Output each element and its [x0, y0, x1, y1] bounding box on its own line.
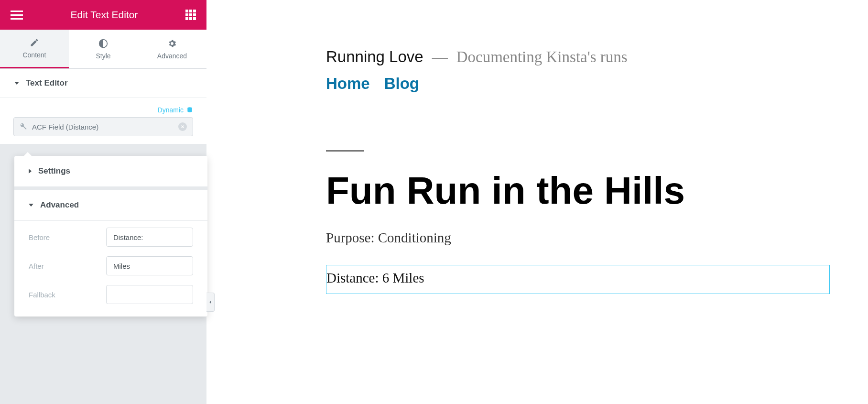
caret-right-icon: [29, 169, 32, 174]
primary-nav: Home Blog: [326, 75, 830, 93]
gear-icon: [167, 39, 177, 48]
popover-settings-section[interactable]: Settings: [14, 156, 207, 187]
widgets-grid-icon[interactable]: [185, 10, 196, 20]
contrast-icon: [98, 39, 108, 48]
dynamic-popover: Settings Advanced Before After Fallback: [14, 156, 207, 317]
dynamic-row: Dynamic: [0, 98, 206, 117]
post-title: Fun Run in the Hills: [326, 171, 830, 211]
editor-sidebar: Edit Text Editor Content Style Advanced …: [0, 0, 206, 404]
hamburger-icon[interactable]: [11, 11, 23, 20]
tab-style[interactable]: Style: [69, 30, 138, 68]
tab-content[interactable]: Content: [0, 30, 69, 68]
preview-canvas: Running Love — Documenting Kinsta's runs…: [206, 0, 868, 404]
sidebar-topbar: Edit Text Editor: [0, 0, 206, 30]
section-text-editor[interactable]: Text Editor: [0, 69, 206, 98]
caret-down-icon: [14, 82, 19, 85]
tab-advanced[interactable]: Advanced: [138, 30, 206, 68]
site-title[interactable]: Running Love: [326, 48, 423, 66]
post-purpose: Purpose: Conditioning: [326, 230, 830, 246]
before-label: Before: [29, 233, 50, 241]
popover-advanced-body: Before After Fallback: [14, 221, 207, 317]
panel-title: Edit Text Editor: [71, 9, 138, 21]
title-divider: [326, 150, 364, 152]
caret-down-icon: [29, 204, 33, 207]
site-header: Running Love — Documenting Kinsta's runs: [326, 48, 830, 66]
after-label: After: [29, 262, 44, 270]
dynamic-field-container: ACF Field (Distance): [0, 117, 206, 144]
dynamic-toggle[interactable]: Dynamic: [158, 106, 193, 114]
fallback-label: Fallback: [29, 291, 55, 299]
popover-advanced-section[interactable]: Advanced: [14, 187, 207, 221]
distance-widget-selected[interactable]: Distance: 6 Miles: [326, 265, 830, 294]
pencil-icon: [30, 38, 39, 47]
site-tagline: Documenting Kinsta's runs: [456, 48, 628, 66]
database-icon: [186, 107, 193, 113]
clear-field-icon[interactable]: [178, 122, 187, 131]
site-title-separator: —: [432, 48, 448, 66]
panel-tabs: Content Style Advanced: [0, 30, 206, 69]
before-input[interactable]: [106, 228, 193, 247]
dynamic-field-tag[interactable]: ACF Field (Distance): [13, 117, 193, 136]
fallback-input[interactable]: [106, 285, 193, 304]
nav-home[interactable]: Home: [326, 75, 370, 93]
after-input[interactable]: [106, 256, 193, 275]
wrench-icon: [20, 123, 27, 131]
distance-text: Distance: 6 Miles: [326, 270, 424, 285]
nav-blog[interactable]: Blog: [384, 75, 419, 93]
